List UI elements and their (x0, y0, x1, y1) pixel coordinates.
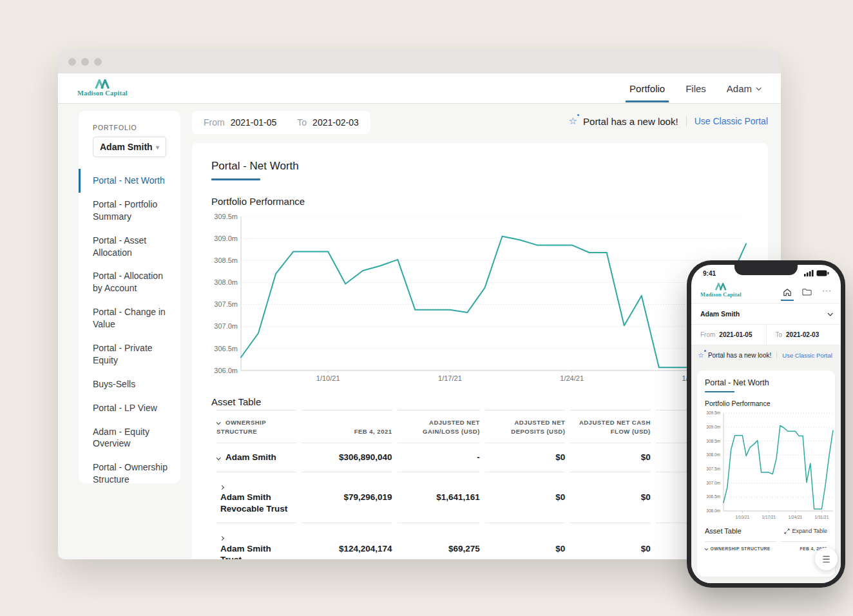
table-row[interactable]: Adam Smith Trust $124,204,174 $69,275 $0… (216, 523, 743, 559)
to-label: To (776, 331, 783, 338)
top-navbar: Madison Capital Portfolio Files Adam (58, 73, 781, 104)
phone-notch (734, 265, 798, 275)
svg-text:307.5m: 307.5m (214, 300, 238, 308)
menu-fab-button[interactable]: ☰ (815, 548, 838, 570)
sidebar-item-change-in-value[interactable]: Portal - Change in Value (79, 300, 180, 336)
svg-text:306.5m: 306.5m (214, 345, 238, 352)
svg-text:308.5m: 308.5m (706, 439, 720, 443)
phone-mockup: 9:41 Madison (687, 260, 845, 588)
portfolio-select[interactable]: Adam Smith ▾ (93, 137, 166, 157)
cell-value: $79,296,019 (302, 472, 392, 523)
collapse-chevron-icon[interactable] (216, 456, 221, 460)
sidebar-item-asset-allocation[interactable]: Portal - Asset Allocation (79, 229, 180, 265)
column-header[interactable]: ADJUSTED NET GAIN/LOSS (USD) (398, 410, 480, 443)
window-zoom-button[interactable] (94, 58, 102, 66)
new-look-text: Portal has a new look! (583, 116, 678, 127)
svg-text:309.5m: 309.5m (214, 213, 238, 220)
cell-value: $0 (570, 443, 650, 472)
sidebar-item-equity-overview[interactable]: Adam - Equity Overview (79, 420, 180, 456)
expand-icon (784, 528, 790, 534)
phone-new-look-banner: ☆ Portal has a new look! Use Classic Por… (691, 345, 841, 365)
battery-icon (816, 270, 829, 276)
table-row[interactable]: Adam Smith $306,890,040 - $0 $0 (216, 443, 743, 472)
phone-from-date[interactable]: From 2021-01-05 (691, 325, 766, 345)
phone-portfolio-select[interactable]: Adam Smith (691, 303, 841, 325)
nav-user-label: Adam (727, 83, 752, 94)
to-date-input[interactable]: 2021-02-03 (312, 117, 359, 128)
cell-value: $0 (570, 523, 650, 559)
cell-value: $69,275 (398, 523, 480, 559)
collapse-chevron-icon[interactable] (216, 420, 221, 425)
nav-tab-portfolio[interactable]: Portfolio (628, 75, 666, 102)
svg-text:308.0m: 308.0m (214, 278, 238, 286)
brand-wordmark: Madison Capital (700, 292, 742, 298)
phone-to-date[interactable]: To 2021-02-03 (766, 325, 841, 345)
sidebar-item-lp-view[interactable]: Portal - LP View (79, 396, 180, 420)
from-date-input[interactable]: 2021-01-05 (231, 117, 277, 128)
sidebar-item-ownership-structure[interactable]: Portal - Ownership Structure (79, 456, 180, 492)
column-header[interactable]: FEB 4, 2021 (302, 410, 392, 443)
chart-title: Portfolio Performance (211, 196, 749, 207)
brand-logo[interactable]: Madison Capital (77, 79, 128, 97)
cell-value: $124,204,174 (302, 523, 392, 559)
page-title-underline (705, 391, 734, 393)
sidebar-item-portfolio-summary[interactable]: Portal - Portfolio Summary (79, 193, 180, 229)
sidebar-item-net-worth[interactable]: Portal - Net Worth (79, 169, 180, 193)
browser-window: Madison Capital Portfolio Files Adam POR… (58, 50, 781, 559)
use-classic-portal-link[interactable]: Use Classic Portal (686, 116, 768, 126)
sidebar-item-private-equity[interactable]: Portal - Private Equity (79, 336, 180, 372)
phone-screen: 9:41 Madison (691, 265, 841, 583)
svg-text:307.5m: 307.5m (706, 467, 720, 471)
svg-text:307.0m: 307.0m (214, 322, 238, 330)
sidebar: PORTFOLIO Adam Smith ▾ Portal - Net Wort… (79, 111, 180, 483)
column-header[interactable]: ADJUSTED NET DEPOSITS (USD) (485, 410, 565, 443)
home-icon[interactable] (783, 288, 792, 296)
chart-title: Portfolio Performance (705, 399, 827, 407)
expand-chevron-icon[interactable] (220, 485, 224, 490)
svg-text:1/17/21: 1/17/21 (762, 515, 776, 519)
signal-icon (804, 270, 814, 276)
table-row[interactable]: Adam Smith Revocable Trust $79,296,019 $… (216, 472, 743, 523)
svg-text:1/31/21: 1/31/21 (815, 515, 829, 519)
from-date-input: 2021-01-05 (719, 331, 752, 338)
brand-logo-mark-icon (94, 79, 111, 89)
new-look-banner: ☆ Portal has a new look! Use Classic Por… (569, 115, 768, 127)
svg-text:307.0m: 307.0m (706, 481, 720, 485)
collapse-chevron-icon[interactable] (705, 546, 708, 550)
phone-brand-logo[interactable]: Madison Capital (700, 283, 742, 298)
from-label: From (700, 331, 715, 338)
svg-text:1/17/21: 1/17/21 (438, 374, 462, 382)
phone-content-card: Portal - Net Worth Portfolio Performance… (697, 371, 835, 577)
window-close-button[interactable] (68, 58, 76, 66)
to-label: To (297, 117, 307, 128)
sidebar-item-buys-sells[interactable]: Buys-Sells (79, 372, 180, 396)
sidebar-item-allocation-by-account[interactable]: Portal - Allocation by Account (79, 264, 180, 300)
cell-value: - (398, 443, 480, 472)
portfolio-select-value: Adam Smith (700, 310, 740, 318)
nav-user-menu[interactable]: Adam (725, 75, 762, 102)
column-header[interactable]: ADJUSTED NET CASH FLOW (USD) (570, 410, 650, 443)
window-minimize-button[interactable] (81, 58, 89, 66)
use-classic-portal-link[interactable]: Use Classic Portal (776, 352, 832, 359)
expand-table-button[interactable]: Expand Table (784, 528, 827, 534)
status-time: 9:41 (703, 270, 716, 277)
more-icon[interactable]: ··· (822, 289, 832, 295)
column-header[interactable]: OWNERSHIP STRUCTURE (216, 419, 266, 435)
nav-tabs: Portfolio Files Adam (628, 75, 762, 102)
row-name: Adam Smith Revocable Trust (220, 492, 288, 514)
folder-icon[interactable] (802, 288, 812, 296)
brand-logo-mark-icon (714, 283, 727, 291)
svg-text:309.5m: 309.5m (706, 410, 720, 415)
svg-text:1/24/21: 1/24/21 (789, 515, 803, 519)
portfolio-select-value: Adam Smith (100, 142, 153, 152)
row-name: Adam Smith (225, 452, 276, 463)
asset-table: OWNERSHIP STRUCTURE FEB 4, 2021 ADJUSTED… (211, 410, 749, 559)
column-header[interactable]: OWNERSHIP STRUCTURE (711, 546, 771, 551)
svg-text:308.5m: 308.5m (214, 256, 238, 264)
nav-tab-files[interactable]: Files (684, 75, 707, 102)
cell-value: $306,890,040 (302, 443, 392, 472)
cell-value: $0 (485, 523, 565, 559)
from-label: From (204, 117, 225, 128)
svg-text:306.5m: 306.5m (706, 494, 720, 499)
expand-chevron-icon[interactable] (220, 536, 224, 541)
